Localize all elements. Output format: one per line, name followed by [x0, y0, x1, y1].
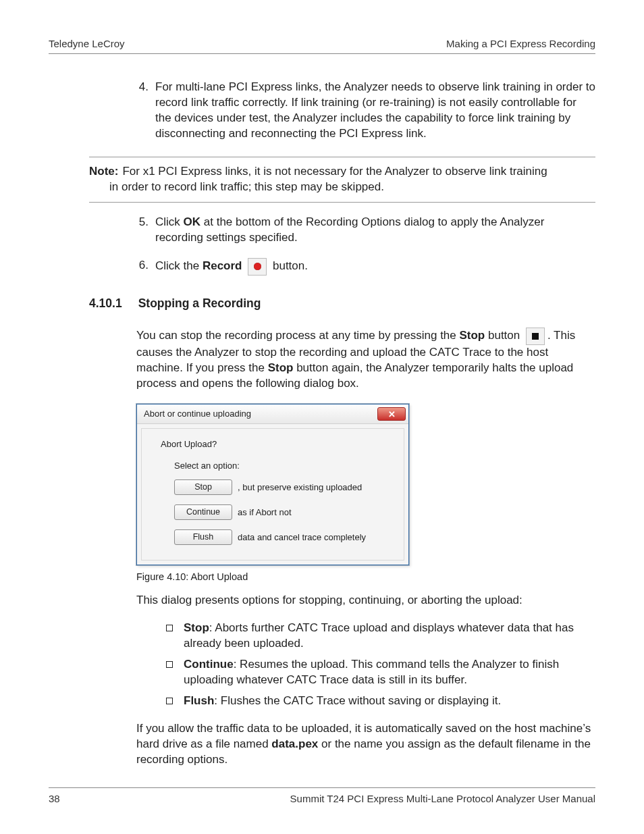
list-item-continue: Continue: Resumes the upload. This comma… — [166, 657, 595, 688]
step6-post: button. — [273, 259, 308, 272]
stop-button[interactable]: Stop — [174, 479, 232, 495]
note-label: Note: — [89, 165, 118, 178]
close-icon: ✕ — [388, 410, 396, 419]
p1-b: button — [485, 330, 523, 342]
record-button-icon — [248, 258, 267, 276]
li-cont-txt: : Resumes the upload. This command tells… — [184, 658, 559, 686]
step6-bold: Record — [203, 259, 242, 272]
page-footer: 38 Summit T24 PCI Express Multi-Lane Pro… — [49, 787, 595, 806]
figure-caption: Figure 4.10: Abort Upload — [136, 571, 595, 584]
p1-bold: Stop — [459, 330, 485, 342]
body-column: 4. For multi-lane PCI Express links, the… — [136, 80, 595, 142]
li-stop-txt: : Aborts further CATC Trace upload and d… — [184, 621, 574, 650]
p1-a: You can stop the recording process at an… — [136, 330, 459, 342]
stop-button-icon — [526, 328, 545, 345]
dialog-question: Abort Upload? — [161, 438, 392, 450]
options-list: Stop: Aborts further CATC Trace upload a… — [166, 621, 595, 709]
page-header: Teledyne LeCroy Making a PCI Express Rec… — [49, 37, 595, 54]
dialog-row-continue: Continue as if Abort not — [174, 504, 392, 520]
after-dialog-para: This dialog presents options for stoppin… — [136, 593, 595, 608]
stopping-block: You can stop the recording process at an… — [136, 328, 595, 768]
li-flush-bold: Flush — [184, 694, 214, 707]
step-4: 4. For multi-lane PCI Express links, the… — [136, 80, 595, 142]
note-line-2: in order to record link traffic; this st… — [109, 180, 595, 195]
step5-pre: Click — [155, 215, 184, 228]
step-6: 6. Click the Record button. — [136, 258, 595, 276]
step-number: 4. — [136, 80, 149, 142]
stop-square-icon — [532, 333, 539, 340]
li-stop-bold: Stop — [184, 621, 209, 634]
stopping-paragraph: You can stop the recording process at an… — [136, 328, 595, 392]
section-title: Stopping a Recording — [138, 296, 261, 312]
step6-pre: Click the — [155, 259, 203, 272]
page-number: 38 — [49, 792, 60, 806]
stop-desc: , but preserve existing uploaded — [238, 481, 362, 494]
dialog-select-label: Select an option: — [174, 460, 392, 472]
continue-desc: as if Abort not — [238, 506, 292, 519]
dialog-row-stop: Stop , but preserve existing uploaded — [174, 479, 392, 495]
flush-desc: data and cancel trace completely — [238, 531, 366, 544]
step-number: 5. — [136, 215, 149, 246]
li-flush-txt: : Flushes the CATC Trace without saving … — [214, 694, 501, 707]
dialog-titlebar: Abort or continue uploading ✕ — [137, 405, 408, 424]
note-box: Note:For x1 PCI Express links, it is not… — [89, 157, 595, 203]
dialog-title: Abort or continue uploading — [144, 408, 251, 420]
step5-post: at the bottom of the Recording Options d… — [155, 215, 544, 244]
list-item-stop: Stop: Aborts further CATC Trace upload a… — [166, 621, 595, 652]
closing-para: If you allow the traffic data to be uplo… — [136, 721, 595, 768]
section-number: 4.10.1 — [89, 296, 122, 312]
section-heading: 4.10.1 Stopping a Recording — [89, 296, 595, 312]
list-item-flush: Flush: Flushes the CATC Trace without sa… — [166, 694, 595, 709]
step-text: Click OK at the bottom of the Recording … — [155, 215, 595, 246]
step5-bold: OK — [184, 215, 201, 228]
footer-title: Summit T24 PCI Express Multi-Lane Protoc… — [290, 792, 595, 806]
record-dot-icon — [254, 263, 261, 270]
dialog-body: Abort Upload? Select an option: Stop , b… — [141, 428, 404, 561]
step-5: 5. Click OK at the bottom of the Recordi… — [136, 215, 595, 246]
li-cont-bold: Continue — [184, 658, 234, 671]
step-number: 6. — [136, 258, 149, 276]
p1-bold2: Stop — [268, 361, 294, 374]
page: Teledyne LeCroy Making a PCI Express Rec… — [0, 0, 644, 834]
header-left: Teledyne LeCroy — [49, 37, 125, 51]
flush-button[interactable]: Flush — [174, 529, 232, 545]
body-column-2: 5. Click OK at the bottom of the Recordi… — [136, 215, 595, 276]
abort-dialog: Abort or continue uploading ✕ Abort Uplo… — [136, 404, 409, 565]
dialog-close-button[interactable]: ✕ — [377, 407, 406, 421]
closing-file: data.pex — [271, 737, 318, 750]
note-line-1: For x1 PCI Express links, it is not nece… — [122, 165, 547, 178]
step-text: Click the Record button. — [155, 258, 595, 276]
dialog-row-flush: Flush data and cancel trace completely — [174, 529, 392, 545]
header-right: Making a PCI Express Recording — [446, 37, 595, 51]
step-text: For multi-lane PCI Express links, the An… — [155, 80, 595, 142]
continue-button[interactable]: Continue — [174, 504, 232, 520]
